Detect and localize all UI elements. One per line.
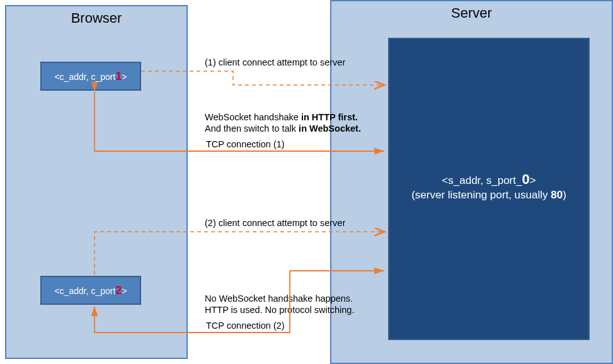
ws-b-bold: in WebSocket. bbox=[299, 123, 361, 134]
client1-num: 1 bbox=[115, 70, 122, 82]
ws-a: WebSocket handshake bbox=[205, 112, 301, 122]
annotation-tcp2: TCP connection (2) bbox=[206, 320, 285, 331]
browser-title: Browser bbox=[6, 10, 186, 26]
server-text: <s_addr, s_port_0> (server listening por… bbox=[389, 171, 588, 202]
annotation-attempt1: (1) client connect attempt to server bbox=[205, 57, 345, 68]
client2-suffix: > bbox=[122, 286, 127, 296]
annotation-websocket: WebSocket handshake in HTTP first. And t… bbox=[205, 111, 361, 134]
server-title: Server bbox=[331, 5, 612, 21]
server-line2-suffix: ) bbox=[563, 189, 566, 201]
server-line2-prefix: (server listening port, usually bbox=[411, 189, 551, 201]
client1-suffix: > bbox=[122, 72, 127, 82]
server-line1-prefix: <s_addr, s_port_ bbox=[442, 174, 522, 186]
annotation-no-websocket: No WebSocket handshake happens. HTTP is … bbox=[205, 293, 354, 316]
nows-a: No WebSocket handshake happens. bbox=[205, 293, 353, 304]
ws-b: And then switch to talk bbox=[205, 123, 299, 134]
client2-num: 2 bbox=[115, 284, 122, 297]
server-line1-zero: 0 bbox=[522, 171, 529, 187]
client1-addr: <c_addr, c_port bbox=[54, 72, 115, 82]
server-inner-box: <s_addr, s_port_0> (server listening por… bbox=[388, 38, 590, 340]
server-line1-suffix: > bbox=[530, 174, 536, 186]
client-box-1: <c_addr, c_port1> bbox=[40, 62, 141, 91]
browser-panel: Browser bbox=[5, 5, 188, 359]
annotation-attempt2: (2) client connect attempt to server bbox=[205, 217, 345, 229]
annotation-tcp1: TCP connection (1) bbox=[206, 139, 285, 150]
server-line2-bold: 80 bbox=[551, 189, 563, 201]
ws-a-bold: in HTTP first. bbox=[301, 112, 358, 122]
client2-addr: <c_addr, c_port bbox=[54, 286, 115, 296]
client-box-2: <c_addr, c_port2> bbox=[40, 276, 141, 305]
nows-b: HTTP is used. No protocol switching. bbox=[205, 305, 354, 315]
